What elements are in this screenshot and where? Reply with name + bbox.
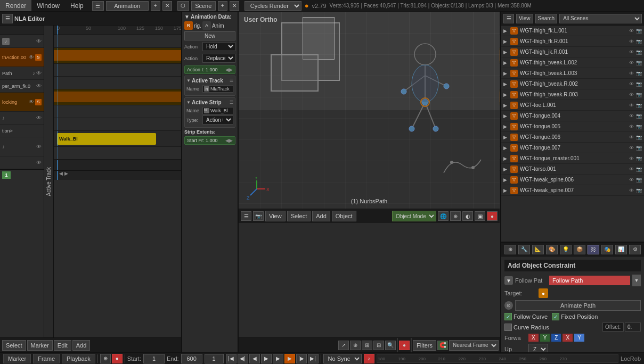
track-block-s[interactable]: S <box>35 99 42 105</box>
edit-btn[interactable]: Edit <box>54 340 71 351</box>
action-influence-row[interactable]: Action I: 1.000 ◀▶ <box>184 65 235 74</box>
obj-render-0[interactable]: 📷 <box>636 28 642 34</box>
prop-icon-4[interactable]: 🎨 <box>546 245 558 254</box>
constraint-collapse-btn[interactable]: ▼ <box>504 276 513 285</box>
skip-end-btn[interactable]: ▶| <box>308 354 319 363</box>
obj-render-8[interactable]: 📷 <box>636 113 642 119</box>
fwd-nx-btn[interactable]: X <box>563 334 573 342</box>
help-menu[interactable]: Help <box>65 0 89 11</box>
view-btn[interactable]: View <box>516 14 533 23</box>
constraint-menu-btn[interactable]: ▼ <box>632 275 641 286</box>
obj-vis-5[interactable]: 👁 <box>629 81 634 87</box>
modifiers-tab[interactable]: Active Track <box>44 26 54 337</box>
vp-render-icon[interactable]: ▣ <box>475 211 485 221</box>
outliner-item-13[interactable]: ▶ ▽ WGT-torso.001 👁 📷 <box>501 164 644 175</box>
strip-type-select[interactable]: Action Cli <box>202 115 233 125</box>
engine-selector[interactable]: Cycles Render <box>244 1 301 11</box>
obj-vis-7[interactable]: 👁 <box>629 103 634 108</box>
obj-vis-12[interactable]: 👁 <box>629 156 634 161</box>
tool-icon-1[interactable]: ↗ <box>338 341 349 350</box>
obj-vis-11[interactable]: 👁 <box>629 145 634 151</box>
obj-vis-9[interactable]: 👁 <box>629 124 634 129</box>
prev-keyframe-btn[interactable]: ◀| <box>238 354 248 363</box>
obj-render-13[interactable]: 📷 <box>636 167 642 172</box>
add-btn[interactable]: Add <box>72 340 91 351</box>
anim-icon[interactable]: Animation <box>106 1 149 11</box>
obj-render-14[interactable]: 📷 <box>636 177 642 183</box>
skip-start-btn[interactable]: |◀ <box>226 354 237 363</box>
obj-render-5[interactable]: 📷 <box>636 81 642 87</box>
obj-render-12[interactable]: 📷 <box>636 156 642 161</box>
rec-icon-1[interactable]: ⊕ <box>100 354 111 363</box>
obj-vis-2[interactable]: 👁 <box>629 49 634 55</box>
track-8-mute[interactable]: 👁 <box>36 160 42 166</box>
select-btn[interactable]: Select <box>2 340 26 351</box>
offset-value[interactable]: 0. <box>625 322 641 332</box>
up-axis-select[interactable]: Z <box>528 344 548 352</box>
render-menu[interactable]: Render <box>0 0 31 11</box>
prop-icon-8[interactable]: 📊 <box>615 245 627 254</box>
track-mute-icon[interactable]: 👁 <box>29 54 34 61</box>
obj-render-6[interactable]: 📷 <box>636 92 642 97</box>
outliner-item-8[interactable]: ▶ ▽ WGT-tongue.004 👁 📷 <box>501 111 644 121</box>
prop-icon-9[interactable]: ⚙ <box>629 245 641 254</box>
search-btn[interactable]: Search <box>535 14 558 23</box>
object-mode-select[interactable]: Object Mode <box>392 211 436 221</box>
outliner-item-0[interactable]: ▶ ▽ WGT-thigh_fk.L.001 👁 📷 <box>501 26 644 36</box>
outliner-item-11[interactable]: ▶ ▽ WGT-tongue.007 👁 📷 <box>501 143 644 153</box>
obj-render-3[interactable]: 📷 <box>636 60 642 65</box>
active-track-header[interactable]: ▼ Active Track ☰ <box>186 78 233 84</box>
track-block-eye[interactable]: 👁 <box>29 99 34 105</box>
status-playback-btn[interactable]: Playback <box>62 354 95 363</box>
vp-cam-icon[interactable]: 📷 <box>253 211 264 221</box>
outliner-item-7[interactable]: ▶ ▽ WGT-toe.L.001 👁 📷 <box>501 100 644 111</box>
close-editor-icon[interactable]: ✕ <box>162 1 172 11</box>
vp-add-btn[interactable]: Add <box>312 211 330 221</box>
outliner-item-6[interactable]: ▶ ▽ WGT-thigh_tweak.R.003 👁 📷 <box>501 89 644 100</box>
outliner-item-5[interactable]: ▶ ▽ WGT-thigh_tweak.R.002 👁 📷 <box>501 79 644 89</box>
obj-render-10[interactable]: 📷 <box>636 135 642 140</box>
scene-add-icon[interactable]: + <box>218 1 227 11</box>
animate-path-btn[interactable]: Animate Path <box>515 300 641 311</box>
audio-icon[interactable]: ♪ <box>364 354 374 363</box>
tool-icon-4[interactable]: ⊟ <box>373 341 384 350</box>
new-action-btn[interactable]: New <box>184 31 235 40</box>
prop-icon-1[interactable]: ⊕ <box>504 245 516 254</box>
outliner-item-1[interactable]: ▶ ▽ WGT-thigh_fk.R.001 👁 📷 <box>501 36 644 47</box>
obj-render-15[interactable]: 📷 <box>636 188 642 193</box>
vp-icon-2[interactable]: ⊕ <box>450 211 461 221</box>
obj-vis-10[interactable]: 👁 <box>629 135 634 140</box>
play-active-btn[interactable]: ▶ <box>284 354 295 363</box>
tool-icon-5[interactable]: 🔍 <box>385 341 396 350</box>
start-frame-input[interactable] <box>143 354 165 363</box>
obj-vis-3[interactable]: 👁 <box>629 60 634 65</box>
outliner-item-14[interactable]: ▶ ▽ WGT-tweak_spine.006 👁 📷 <box>501 175 644 185</box>
obj-render-2[interactable]: 📷 <box>636 49 642 55</box>
fwd-y-btn[interactable]: Y <box>540 334 550 342</box>
fixed-position-checkbox[interactable]: ✓ <box>552 313 559 320</box>
track-solo-icon[interactable]: S <box>35 54 42 61</box>
strip-menu-icon[interactable]: ☰ <box>230 100 233 105</box>
current-frame-input[interactable] <box>205 354 224 363</box>
vp-type-icon[interactable]: ☰ <box>241 211 251 221</box>
fwd-x-btn[interactable]: X <box>528 334 539 342</box>
outliner-item-2[interactable]: ▶ ▽ WGT-thigh_ik.R.001 👁 📷 <box>501 47 644 57</box>
obj-vis-4[interactable]: 👁 <box>629 71 634 76</box>
outliner-item-3[interactable]: ▶ ▽ WGT-thigh_tweak.L.002 👁 📷 <box>501 57 644 68</box>
obj-vis-14[interactable]: 👁 <box>629 177 634 183</box>
vp-select-btn[interactable]: Select <box>287 211 311 221</box>
start-frame-row[interactable]: Start Fr: 1.000 ◀▶ <box>184 136 235 145</box>
nla-editor-type-btn[interactable]: ☰ <box>2 14 13 23</box>
prop-constraint-icon[interactable]: ⛓ <box>588 245 599 254</box>
strip-name-field[interactable]: N Walk_Bl <box>202 107 233 114</box>
outliner-item-12[interactable]: ▶ ▽ WGT-tongue_master.001 👁 📷 <box>501 153 644 164</box>
obj-render-4[interactable]: 📷 <box>636 71 642 76</box>
scene-close-icon[interactable]: ✕ <box>230 1 239 11</box>
editor-type-icon[interactable]: ☰ <box>92 1 104 11</box>
track-path-mute[interactable]: 👁 <box>36 70 42 76</box>
track-5-mute[interactable]: 👁 <box>36 115 42 121</box>
track-name-field[interactable]: N NlaTrack <box>202 85 233 93</box>
marker-btn[interactable]: Marker <box>27 340 53 351</box>
track-menu-icon[interactable]: ☰ <box>230 78 233 83</box>
vp-icon-1[interactable]: 🌐 <box>438 211 449 221</box>
